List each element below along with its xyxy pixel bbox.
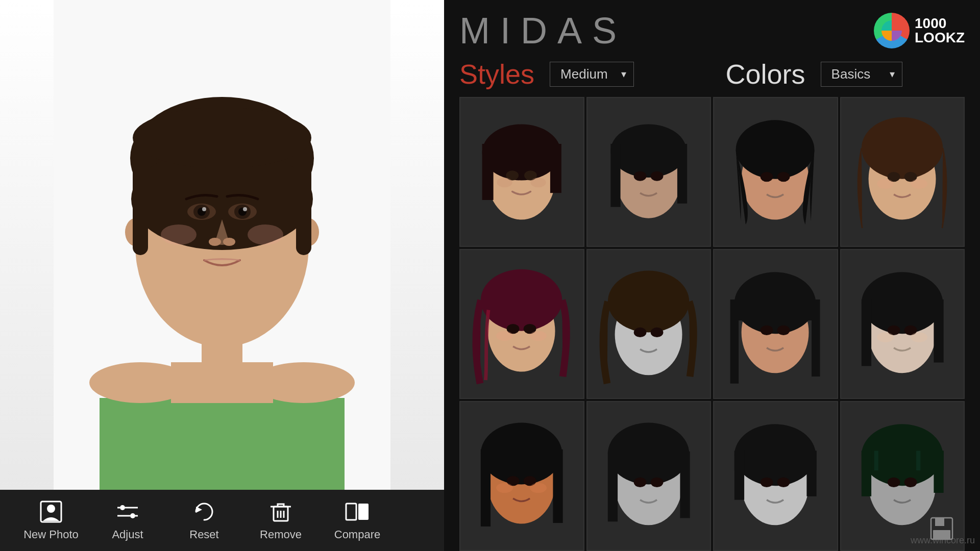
svg-point-14 (202, 207, 206, 211)
person-icon (39, 499, 63, 524)
grid-cell-4[interactable] (840, 97, 965, 247)
controls-row: Styles Medium ▾ Colors Basics ▾ (459, 56, 965, 97)
adjust-icon (115, 499, 140, 524)
new-photo-label: New Photo (23, 528, 79, 541)
svg-rect-120 (806, 451, 816, 496)
svg-point-29 (47, 505, 55, 513)
svg-point-83 (650, 328, 663, 337)
save-icon-area[interactable] (929, 516, 954, 543)
svg-point-19 (209, 238, 221, 246)
logo-icon (874, 13, 910, 48)
hairstyle-grid (459, 97, 965, 551)
reset-button[interactable]: Reset (168, 495, 240, 546)
compare-label: Compare (334, 528, 380, 541)
svg-rect-24 (296, 153, 311, 255)
svg-point-77 (496, 331, 513, 341)
grid-cell-9[interactable] (459, 401, 584, 551)
styles-dropdown-value: Medium (560, 66, 607, 82)
colors-dropdown[interactable]: Basics (821, 62, 902, 87)
svg-rect-133 (933, 530, 950, 539)
svg-point-70 (877, 179, 894, 189)
svg-rect-93 (861, 299, 871, 366)
svg-rect-132 (935, 518, 944, 526)
svg-rect-48 (550, 144, 561, 193)
save-icon (929, 516, 954, 541)
svg-point-20 (223, 238, 235, 246)
svg-point-31 (130, 513, 135, 518)
adjust-button[interactable]: Adjust (92, 495, 163, 546)
svg-rect-127 (861, 451, 871, 496)
svg-point-106 (496, 483, 513, 493)
grid-cell-3[interactable] (713, 97, 838, 247)
svg-point-62 (736, 120, 815, 179)
svg-point-18 (243, 207, 247, 211)
trash-icon (268, 499, 293, 524)
grid-cell-7[interactable] (713, 249, 838, 399)
app-header: MIDAS 1000 LOOKZ (459, 0, 965, 56)
styles-dropdown-container: Medium ▾ (550, 62, 633, 87)
svg-point-52 (530, 178, 546, 187)
svg-point-74 (481, 269, 562, 331)
remove-label: Remove (260, 528, 302, 541)
svg-point-63 (761, 172, 773, 182)
styles-dropdown[interactable]: Medium (550, 62, 633, 87)
svg-rect-103 (553, 449, 562, 523)
styles-section-title: Styles (459, 58, 534, 90)
svg-rect-42 (346, 504, 356, 520)
svg-point-122 (777, 478, 790, 487)
svg-point-59 (650, 171, 663, 181)
grid-cell-8[interactable] (840, 249, 965, 399)
svg-point-101 (481, 423, 562, 485)
grid-cell-11[interactable] (713, 401, 838, 551)
new-photo-button[interactable]: New Photo (15, 495, 87, 546)
svg-point-27 (248, 224, 283, 245)
grid-cell-5[interactable] (459, 249, 584, 399)
svg-point-89 (777, 325, 790, 335)
svg-point-30 (120, 505, 125, 510)
app-title: MIDAS (459, 10, 627, 52)
svg-rect-43 (358, 504, 369, 520)
svg-point-46 (482, 124, 561, 181)
svg-point-51 (497, 178, 512, 187)
person-image (54, 0, 390, 490)
remove-button[interactable]: Remove (245, 495, 316, 546)
svg-rect-111 (607, 452, 617, 521)
svg-point-25 (133, 107, 311, 168)
svg-rect-118 (734, 451, 817, 470)
svg-rect-112 (680, 452, 690, 518)
compare-button[interactable]: Compare (322, 495, 393, 546)
adjust-label: Adjust (112, 528, 143, 541)
svg-rect-119 (734, 451, 744, 500)
svg-point-81 (607, 271, 689, 333)
svg-rect-87 (734, 299, 817, 320)
svg-point-107 (530, 483, 547, 493)
grid-cell-2[interactable] (586, 97, 712, 247)
svg-point-98 (911, 332, 927, 342)
grid-cell-10[interactable] (586, 401, 712, 551)
svg-marker-36 (196, 507, 202, 513)
svg-point-88 (761, 325, 773, 335)
right-panel: MIDAS 1000 LOOKZ Styles Medium ▾ Colors … (444, 0, 980, 551)
svg-point-121 (761, 478, 773, 487)
svg-point-97 (877, 332, 894, 342)
colors-section-title: Colors (726, 58, 805, 90)
svg-point-71 (911, 179, 927, 189)
svg-point-114 (650, 478, 663, 487)
svg-rect-128 (934, 451, 943, 493)
svg-point-26 (161, 224, 197, 245)
grid-cell-6[interactable] (586, 249, 712, 399)
svg-point-110 (607, 423, 689, 485)
svg-point-129 (887, 478, 900, 487)
grid-cell-1[interactable] (459, 97, 584, 247)
svg-rect-23 (133, 153, 148, 255)
logo-text: 1000 LOOKZ (915, 16, 965, 45)
svg-rect-56 (610, 144, 620, 207)
svg-point-82 (633, 328, 646, 337)
svg-point-92 (861, 272, 942, 334)
svg-rect-126 (861, 451, 943, 470)
svg-point-67 (861, 117, 942, 179)
svg-rect-47 (482, 144, 494, 200)
colors-dropdown-value: Basics (831, 66, 871, 82)
svg-point-130 (904, 478, 917, 487)
logo-number: 1000 (915, 16, 965, 31)
